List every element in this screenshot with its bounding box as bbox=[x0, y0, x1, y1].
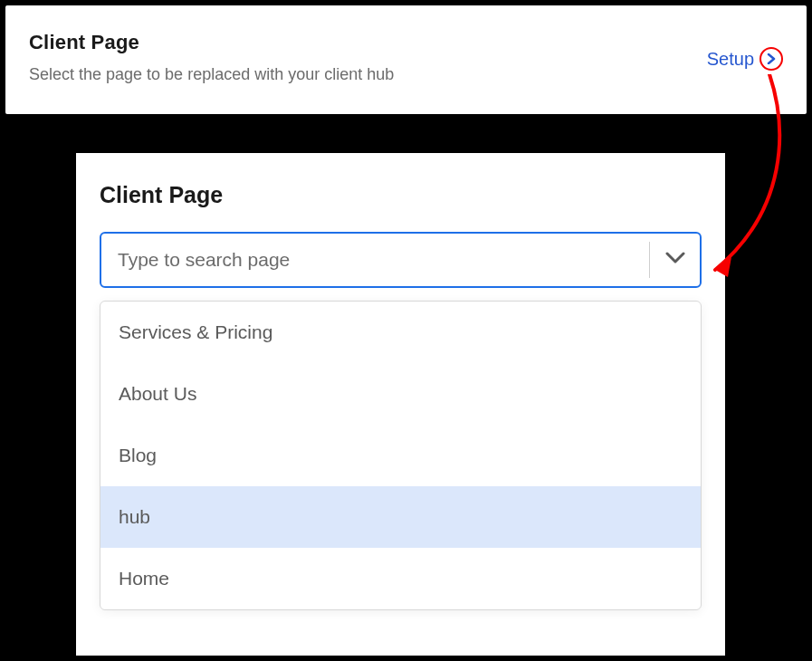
chevron-down-icon bbox=[665, 252, 685, 268]
chevron-right-icon bbox=[767, 53, 776, 64]
option-label: Home bbox=[119, 568, 169, 589]
banner-title: Client Page bbox=[29, 31, 707, 54]
dropdown-option[interactable]: Services & Pricing bbox=[100, 302, 701, 363]
page-search-input[interactable] bbox=[118, 249, 649, 271]
setup-chevron-circle[interactable] bbox=[759, 47, 783, 71]
setup-link-label: Setup bbox=[707, 49, 754, 70]
dropdown-option[interactable]: About Us bbox=[100, 363, 701, 425]
banner-text: Client Page Select the page to be replac… bbox=[29, 31, 707, 84]
option-label: Blog bbox=[119, 445, 157, 466]
page-search-combobox[interactable] bbox=[100, 232, 702, 288]
modal-title: Client Page bbox=[100, 182, 702, 208]
banner-subtitle: Select the page to be replaced with your… bbox=[29, 65, 707, 84]
setup-link-wrap[interactable]: Setup bbox=[707, 47, 783, 71]
page-options-dropdown: Services & Pricing About Us Blog hub Hom… bbox=[100, 301, 702, 610]
option-label: hub bbox=[119, 506, 150, 528]
client-page-modal: Client Page Services & Pricing About Us … bbox=[76, 153, 725, 656]
option-label: Services & Pricing bbox=[119, 321, 272, 343]
dropdown-option[interactable]: hub bbox=[100, 486, 701, 548]
dropdown-option[interactable]: Home bbox=[100, 548, 701, 609]
client-page-banner: Client Page Select the page to be replac… bbox=[5, 5, 807, 114]
dropdown-toggle[interactable] bbox=[649, 242, 700, 278]
option-label: About Us bbox=[119, 383, 196, 405]
dropdown-option[interactable]: Blog bbox=[100, 425, 701, 486]
